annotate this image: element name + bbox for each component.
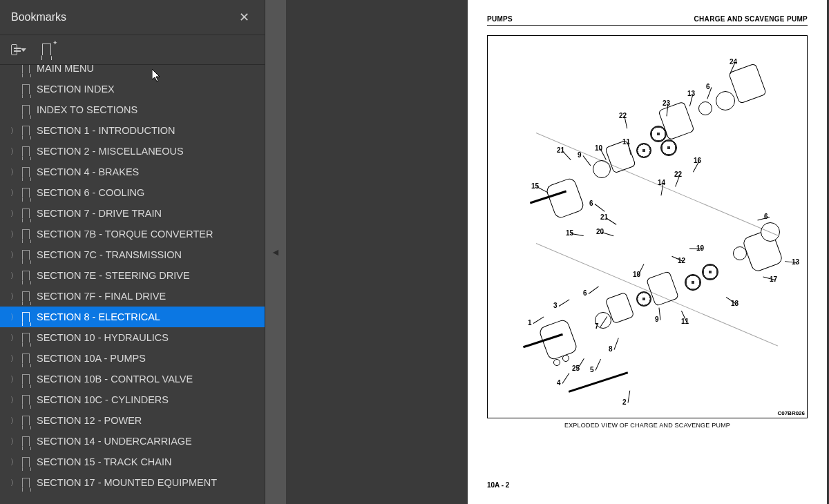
bookmark-item[interactable]: 〉SECTION 7 - DRIVE TRAIN: [0, 203, 265, 224]
bookmark-icon: [22, 416, 30, 426]
bookmark-label: SECTION 4 - BRAKES: [37, 166, 139, 177]
chevron-right-icon[interactable]: 〉: [10, 416, 18, 426]
bookmark-item[interactable]: 〉SECTION 4 - BRAKES: [0, 162, 265, 182]
bookmark-item[interactable]: 〉SECTION 10 - HYDRAULICS: [0, 327, 265, 348]
bookmark-icon: [22, 271, 30, 281]
callout-label: 3: [553, 302, 558, 309]
bookmarks-panel: Bookmarks ✕ ✦ MAIN MENUSECTION INDEXINDE…: [0, 0, 265, 504]
diagram-caption: EXPLODED VIEW OF CHARGE AND SCAVENGE PUM…: [487, 422, 808, 429]
previous-page-gutter: [288, 0, 468, 504]
bookmark-item[interactable]: 〉SECTION 17 - MOUNTED EQUIPMENT: [0, 472, 265, 493]
bookmark-tool-icon[interactable]: ✦: [39, 42, 54, 57]
bookmark-item[interactable]: 〉SECTION 8 - ELECTRICAL: [0, 307, 265, 327]
bookmark-item[interactable]: 〉SECTION 2 - MISCELLANEOUS: [0, 141, 265, 162]
bookmark-item[interactable]: 〉SECTION 10A - PUMPS: [0, 348, 265, 369]
callout-leader: [533, 316, 544, 324]
bookmark-icon: [22, 374, 30, 385]
bookmark-label: SECTION 10 - HYDRAULICS: [37, 332, 169, 343]
bookmarks-list[interactable]: MAIN MENUSECTION INDEXINDEX TO SECTIONS〉…: [0, 65, 265, 504]
bookmark-item[interactable]: 〉SECTION 10C - CYLINDERS: [0, 389, 265, 410]
bookmark-item[interactable]: 〉SECTION 7B - TORQUE CONVERTER: [0, 224, 265, 244]
bookmark-label: SECTION 10A - PUMPS: [37, 353, 146, 364]
chevron-right-icon[interactable]: 〉: [10, 457, 18, 467]
bookmark-label: SECTION 17 - MOUNTED EQUIPMENT: [37, 477, 217, 488]
bookmark-item[interactable]: 〉SECTION 10B - CONTROL VALVE: [0, 369, 265, 389]
chevron-right-icon[interactable]: 〉: [10, 229, 18, 240]
chevron-right-icon[interactable]: 〉: [10, 167, 18, 177]
callout-leader: [589, 286, 599, 293]
bookmark-label: SECTION 15 - TRACK CHAIN: [37, 456, 172, 467]
bookmark-item[interactable]: 〉SECTION 6 - COOLING: [0, 182, 265, 203]
bookmark-label: SECTION 7 - DRIVE TRAIN: [37, 208, 162, 219]
sidebar-header: Bookmarks ✕: [0, 0, 265, 35]
bookmark-icon: [22, 457, 30, 467]
chevron-right-icon[interactable]: 〉: [10, 374, 18, 385]
panel-title: Bookmarks: [11, 11, 66, 23]
chevron-right-icon[interactable]: 〉: [10, 333, 18, 343]
chevron-right-icon[interactable]: 〉: [10, 188, 18, 198]
callout-label: 22: [619, 112, 627, 119]
chevron-right-icon[interactable]: 〉: [10, 436, 18, 447]
bookmark-item[interactable]: 〉SECTION 7F - FINAL DRIVE: [0, 286, 265, 307]
callout-label: 4: [557, 379, 561, 387]
callout-label: 15: [531, 182, 539, 190]
bookmark-item[interactable]: 〉SECTION 15 - TRACK CHAIN: [0, 452, 265, 472]
bookmark-item[interactable]: SECTION INDEX: [0, 79, 265, 99]
bookmark-icon: [22, 229, 30, 240]
bookmark-icon: [22, 146, 30, 157]
callout-label: 7: [595, 322, 599, 330]
chevron-right-icon[interactable]: 〉: [10, 353, 18, 364]
callout-label: 6: [589, 200, 593, 207]
bookmark-item[interactable]: 〉SECTION 7E - STEERING DRIVE: [0, 265, 265, 286]
bookmark-icon: [22, 250, 30, 260]
callout-leader: [578, 358, 584, 369]
bookmark-item[interactable]: 〉SECTION 14 - UNDERCARRIAGE: [0, 431, 265, 452]
bookmark-icon: [22, 167, 30, 177]
callout-leader: [595, 204, 605, 212]
bookmark-icon: [22, 65, 30, 74]
bookmark-label: SECTION 7F - FINAL DRIVE: [37, 291, 166, 302]
chevron-right-icon[interactable]: 〉: [10, 146, 18, 157]
bookmark-icon: [22, 188, 30, 198]
document-viewport[interactable]: PUMPS CHARGE AND SCAVENGE PUMP: [286, 0, 829, 504]
bookmark-item[interactable]: INDEX TO SECTIONS: [0, 99, 265, 120]
bookmark-label: SECTION 12 - POWER: [37, 415, 142, 426]
callout-label: 8: [609, 345, 613, 353]
callout-label: 23: [663, 99, 670, 107]
bookmark-label: SECTION 1 - INTRODUCTION: [37, 125, 175, 136]
chevron-right-icon[interactable]: 〉: [10, 209, 18, 219]
callout-leader: [562, 151, 571, 160]
panel-divider[interactable]: ◄: [265, 0, 286, 504]
chevron-right-icon[interactable]: 〉: [10, 395, 18, 405]
callout-leader: [638, 264, 645, 275]
callout-label: 5: [590, 366, 594, 374]
callout-leader: [559, 299, 570, 306]
page-header: PUMPS CHARGE AND SCAVENGE PUMP: [487, 15, 808, 26]
bookmark-label: SECTION 14 - UNDERCARRIAGE: [37, 436, 192, 447]
chevron-right-icon[interactable]: 〉: [10, 478, 18, 488]
chevron-right-icon[interactable]: 〉: [10, 126, 18, 136]
callout-leader: [614, 338, 619, 349]
callout-label: 14: [658, 179, 665, 186]
chevron-right-icon[interactable]: 〉: [10, 312, 18, 322]
callout-leader: [595, 359, 601, 371]
bookmark-label: MAIN MENU: [37, 65, 94, 74]
bookmark-label: SECTION 2 - MISCELLANEOUS: [37, 146, 184, 157]
bookmark-icon: [22, 395, 30, 405]
callout-label: 1: [528, 319, 532, 327]
bookmark-icon: [22, 291, 30, 302]
chevron-right-icon[interactable]: 〉: [10, 291, 18, 302]
chevron-right-icon[interactable]: 〉: [10, 250, 18, 260]
bookmark-icon: [22, 333, 30, 343]
bookmark-icon: [22, 105, 30, 115]
bookmark-icon: [22, 353, 30, 364]
close-icon[interactable]: ✕: [235, 8, 254, 26]
bookmark-item[interactable]: 〉SECTION 7C - TRANSMISSION: [0, 244, 265, 265]
chevron-right-icon[interactable]: 〉: [10, 271, 18, 281]
bookmark-item[interactable]: MAIN MENU: [0, 65, 265, 79]
bookmark-item[interactable]: 〉SECTION 1 - INTRODUCTION: [0, 120, 265, 141]
options-button[interactable]: [11, 42, 26, 57]
callout-label: 6: [706, 83, 710, 90]
bookmark-item[interactable]: 〉SECTION 12 - POWER: [0, 410, 265, 431]
callout-leader: [628, 391, 631, 403]
